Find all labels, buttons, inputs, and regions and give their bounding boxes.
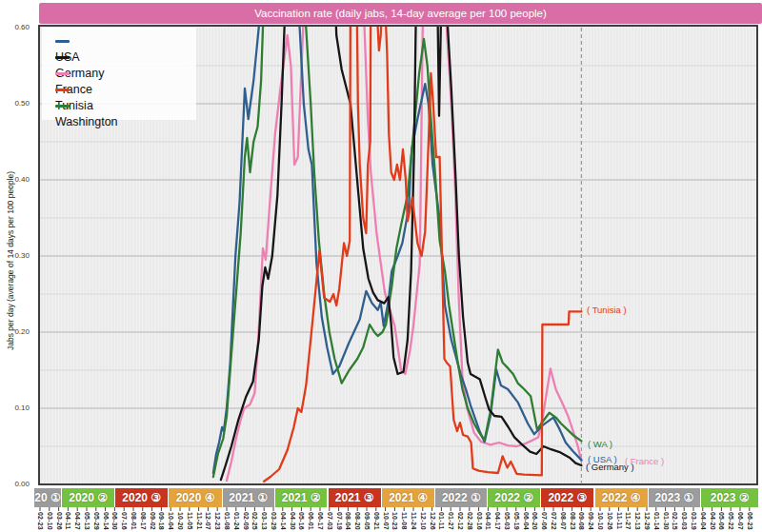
- x-tick-label: 06-20: [531, 512, 538, 530]
- x-tick-label: 10-07: [382, 512, 390, 530]
- x-tick-label: 05-19: [512, 512, 520, 530]
- x-tick-label: 04-20: [709, 512, 716, 530]
- x-tick-label: 08-04: [344, 512, 351, 530]
- x-tick-label: 01-30: [662, 512, 670, 530]
- x-tick-label: 12-26: [429, 512, 436, 530]
- quarter-band: 2022 ①: [435, 488, 487, 507]
- x-tick-label: 03-26: [55, 512, 63, 530]
- x-tick-label: 12-13: [633, 512, 641, 530]
- x-tick-label: 03-29: [270, 512, 277, 530]
- end-label-france: ( France ): [625, 456, 664, 466]
- x-tick-label: 06-07: [736, 512, 744, 530]
- quarter-band: 2021 ③: [329, 488, 381, 507]
- chart-title: Vaccination rate (daily jabs, 14-day ave…: [39, 3, 762, 24]
- x-tick-label: 07-19: [335, 512, 343, 530]
- x-tick-label: 02-15: [671, 512, 678, 530]
- x-tick-label: 08-07: [559, 512, 567, 530]
- x-tick-label: 11-11: [615, 512, 623, 529]
- x-tick-label: 12-23: [213, 512, 221, 530]
- quarter-band: 2021 ②: [275, 488, 328, 507]
- x-tick-label: 03-19: [690, 512, 697, 530]
- legend-item-tunisia: Tunisia: [55, 82, 196, 98]
- legend-item-usa: USA: [55, 33, 196, 49]
- x-tick-label: 11-21: [195, 512, 203, 530]
- x-tick-label: 08-23: [569, 512, 576, 530]
- quarter-band: 2020 ②: [62, 488, 114, 507]
- x-tick-label: 03-16: [475, 512, 483, 530]
- y-tick-label: 0.40: [0, 175, 31, 184]
- x-tick-label: 06-14: [102, 512, 110, 530]
- x-tick-label: 01-08: [223, 512, 231, 530]
- quarter-band: 2020 ③: [115, 488, 168, 507]
- x-tick-label: 06-04: [522, 512, 530, 530]
- y-axis-title: Jabs per day (average of 14 days per 100…: [6, 171, 15, 350]
- quarter-band: 2022 ②: [488, 488, 540, 507]
- quarter-band: 2022 ③: [541, 488, 593, 507]
- x-tick-label: 10-20: [176, 512, 184, 530]
- x-tick-label: 11-08: [400, 512, 408, 530]
- x-tick-label: 11-24: [410, 512, 417, 530]
- legend-swatch-icon: [55, 105, 70, 108]
- quarter-band: 2023 ②: [701, 488, 758, 507]
- x-tick-label: 01-27: [447, 512, 454, 530]
- x-tick-label: 01-24: [232, 512, 240, 530]
- y-tick-label: 0.30: [0, 251, 31, 260]
- end-label-washington: ( WA ): [588, 439, 612, 449]
- x-tick-label: 09-02: [149, 512, 156, 530]
- legend-swatch-icon: [55, 56, 70, 59]
- x-tick-label: 04-11: [64, 512, 71, 530]
- x-tick-label: 12-10: [419, 512, 427, 530]
- x-tick-label: 09-18: [157, 512, 165, 530]
- quarter-band: 2021 ①: [223, 488, 274, 507]
- x-tick-label: 05-16: [297, 512, 305, 530]
- x-tick-label: 06-23: [746, 512, 753, 530]
- x-tick-label: 11-27: [624, 512, 632, 530]
- x-tick-label: 04-17: [493, 512, 501, 530]
- x-tick-label: 02-23: [36, 512, 44, 530]
- x-tick-label: 08-17: [139, 512, 147, 530]
- x-tick-label: 04-14: [279, 512, 287, 530]
- x-tick-label: 11-05: [186, 512, 193, 530]
- legend-swatch-icon: [55, 40, 70, 43]
- x-tick-label: 07-16: [120, 512, 128, 530]
- x-tick-label: 07-03: [326, 512, 333, 530]
- x-tick-label: 02-28: [466, 512, 473, 530]
- quarter-band: 2020 ④: [169, 488, 221, 507]
- x-tick-label: 10-23: [391, 512, 398, 530]
- y-tick-label: 0.10: [0, 404, 31, 412]
- x-tick-label: 01-11: [437, 512, 445, 530]
- legend-swatch-icon: [55, 89, 70, 91]
- x-tick-label: 06-01: [307, 512, 314, 530]
- legend: USAGermanyFranceTunisiaWashington: [42, 28, 196, 120]
- x-tick-label: 04-01: [484, 512, 491, 530]
- x-tick-label: 10-10: [596, 512, 604, 530]
- x-tick-label: 03-10: [46, 512, 53, 530]
- x-tick-label: 08-20: [353, 512, 361, 530]
- x-tick-label: 02-12: [456, 512, 464, 530]
- legend-item-washington: Washington: [55, 98, 196, 114]
- legend-item-france: France: [55, 66, 196, 82]
- legend-item-germany: Germany: [55, 49, 196, 66]
- y-tick-label: 0.60: [0, 23, 31, 31]
- x-tick-label: 09-24: [587, 512, 594, 530]
- x-tick-label: 09-05: [363, 512, 371, 530]
- x-tick-label: 01-14: [652, 512, 660, 530]
- quarter-band: 20 ①: [34, 488, 61, 507]
- x-tick-label: 05-13: [83, 512, 90, 530]
- vaccination-rate-chart: Vaccination rate (daily jabs, 14-day ave…: [0, 0, 762, 532]
- x-tick-label: 04-27: [73, 512, 81, 530]
- x-tick-label: 12-07: [204, 512, 211, 530]
- x-tick-label: 06-17: [316, 512, 324, 530]
- x-tick-label: 08-01: [130, 512, 137, 530]
- x-tick-label: 03-03: [680, 512, 688, 530]
- end-label-tunisia: ( Tunisia ): [587, 305, 627, 315]
- x-tick-label: 03-13: [260, 512, 268, 530]
- x-tick-label: 06-30: [110, 512, 118, 530]
- x-tick-label: 07-22: [550, 512, 557, 530]
- x-tick-label: 04-04: [699, 512, 707, 530]
- x-tick-label: 10-04: [167, 512, 174, 530]
- x-axis-tick-marks: [40, 507, 750, 511]
- legend-label: Washington: [55, 114, 196, 130]
- quarter-band: 2023 ①: [649, 488, 700, 507]
- x-tick-label: 12-29: [643, 512, 651, 530]
